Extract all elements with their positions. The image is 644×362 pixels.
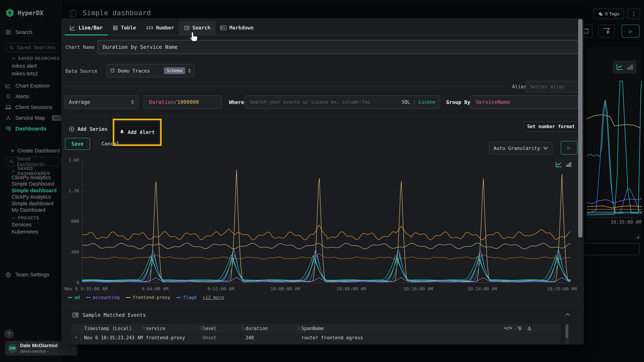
run-query-button[interactable]: ▷ — [622, 25, 640, 37]
sql-toggle[interactable]: SQL — [402, 99, 410, 105]
bg-series-green — [587, 100, 642, 214]
search-icon — [9, 45, 14, 50]
saved-search-item[interactable]: mikes tets2 — [12, 70, 38, 77]
saved-dashboard-item[interactable]: ClickPy Analytics — [12, 193, 51, 201]
saved-search-item[interactable]: mikes alert — [12, 62, 37, 69]
save-button[interactable]: Save — [65, 138, 90, 150]
field-expression-input[interactable]: Duration/1000000 — [144, 95, 222, 109]
run-chart-button[interactable]: ▷ — [561, 141, 578, 155]
table-row[interactable]: ›Nov 6 10:35:23.243 AMfrontend-proxyUnse… — [72, 333, 561, 342]
help-button[interactable]: ? — [4, 329, 14, 339]
saved-searches-header[interactable]: SAVED SEARCHES — [12, 56, 60, 61]
chevron-down-icon — [12, 170, 15, 172]
avatar: DM — [8, 344, 17, 353]
saved-dashboard-item[interactable]: Simple dashboard — [12, 200, 54, 207]
presets-header[interactable]: PRESETS — [12, 215, 39, 221]
table-scrollbar-track[interactable] — [565, 324, 568, 345]
sidebar-item-client-sessions[interactable]: Client Sessions — [5, 103, 52, 111]
tab-number[interactable]: 123Number — [141, 21, 179, 35]
series-alias-input[interactable]: Series alias — [526, 81, 578, 92]
granularity-select[interactable]: Auto Granularity — [489, 142, 552, 154]
cell-spanname: router frontend egress — [302, 344, 363, 345]
legend-item-accounting[interactable]: accounting — [86, 295, 120, 300]
expand-row-icon[interactable]: › — [75, 335, 78, 340]
chart-type-toggle[interactable] — [553, 158, 574, 171]
saved-dashboard-item[interactable]: ClickPy Analytics — [12, 174, 51, 181]
column-drag-icon[interactable]: ⠿ — [298, 326, 300, 331]
column-header-service[interactable]: service — [146, 326, 166, 331]
sidebar-item-service-map[interactable]: Service MapBETA — [5, 114, 65, 122]
kebab-icon: ⋮ — [631, 11, 636, 17]
saved-dashboard-item[interactable]: My Dashboard — [12, 206, 46, 214]
data-source-select[interactable]: Demo Traces Schema — [106, 64, 194, 77]
code-view-icon[interactable]: </> — [504, 326, 512, 331]
sidebar-item-chart-explorer[interactable]: Chart Explorer — [5, 82, 50, 90]
table-scrollbar-thumb[interactable] — [566, 325, 568, 338]
table-icon — [113, 25, 118, 30]
column-drag-icon[interactable]: ⠿ — [242, 326, 245, 331]
collapse-section-icon[interactable] — [565, 313, 570, 316]
chart-line-icon — [5, 83, 11, 88]
brand[interactable]: HyperDX — [6, 8, 43, 17]
bg-chart-type-toggle[interactable] — [613, 60, 636, 74]
lucene-toggle[interactable]: Lucene — [418, 99, 436, 105]
table-row[interactable]: ›Nov 6 10:35:23.243 AMfrontend-proxyUnse… — [72, 342, 561, 345]
column-drag-icon[interactable]: ⠿ — [142, 326, 146, 331]
cancel-button[interactable]: Cancel — [102, 141, 120, 147]
add-alert-button[interactable]: Add Alert — [116, 122, 158, 142]
tag-icon — [598, 11, 603, 16]
chart-name-input[interactable]: Duration by Service Name — [98, 40, 578, 54]
saved-dashboard-item[interactable]: Simple Dashboard — [12, 181, 54, 187]
saved-dashboards-input[interactable]: Saved Dashboards — [5, 157, 61, 166]
cell-level: Unset — [202, 344, 216, 345]
saved-searches-input[interactable]: Saved Searches — [5, 43, 61, 52]
set-number-format-button[interactable]: Set number format — [523, 122, 579, 132]
aggregation-select[interactable]: Average — [64, 95, 138, 109]
x-tick-label: 9:44:00 AM — [142, 286, 168, 291]
tab-markdown[interactable]: Markdown — [216, 21, 258, 35]
download-icon[interactable] — [527, 326, 532, 331]
legend-item--12-more[interactable]: +12 more — [203, 295, 224, 300]
number-123-icon: 123 — [146, 25, 153, 30]
cell-duration: 248 — [246, 335, 254, 340]
column-header-spanname[interactable]: SpanName — [302, 326, 324, 331]
search-icon — [9, 159, 14, 164]
column-header-duration[interactable]: duration — [246, 326, 268, 331]
preset-item[interactable]: Kubernetes — [12, 228, 38, 235]
legend-item-flagd[interactable]: flagd — [176, 295, 196, 300]
legend-item-frontend-proxy[interactable]: frontend-proxy — [126, 295, 170, 300]
filter-button[interactable] — [598, 25, 615, 37]
expand-row-icon[interactable]: › — [75, 344, 78, 345]
column-drag-icon[interactable]: ⠿ — [199, 326, 202, 331]
legend-swatch — [126, 297, 130, 298]
cell-spanname: router frontend egress — [302, 335, 363, 340]
column-header-level[interactable]: level — [202, 326, 216, 331]
add-series-button[interactable]: Add Series — [69, 124, 108, 134]
sidebar-item-alerts[interactable]: Alerts — [5, 93, 29, 100]
bg-panel-input[interactable] — [583, 243, 640, 255]
tab-table[interactable]: Table — [108, 21, 141, 35]
sidebar-item-dashboards[interactable]: Dashboards — [5, 125, 46, 133]
where-search-input[interactable]: Search your events w/ Lucene ex. column:… — [245, 95, 440, 109]
legend-item-ad[interactable]: ad — [68, 295, 80, 300]
column-header-timestamp-local-[interactable]: Timestamp (Local) — [84, 326, 132, 331]
edit-chart-modal: Line/BarTable123NumberSearchMarkdown Cha… — [61, 18, 584, 345]
wrap-text-icon[interactable] — [517, 326, 522, 331]
tab-line-bar[interactable]: Line/Bar — [64, 21, 108, 35]
bg-series-khaki — [587, 115, 640, 128]
resize-handle-icon[interactable] — [636, 235, 639, 239]
collapse-sidebar-icon[interactable] — [70, 10, 76, 17]
tags-button[interactable]: 0 Tags — [594, 8, 624, 19]
sidebar-item-search[interactable]: Search — [5, 28, 32, 36]
saved-dashboards-header[interactable]: SAVED DASHBOARDS — [12, 168, 62, 174]
create-dashboard-button[interactable]: + Create Dashboard — [11, 147, 60, 155]
chart-legend: adaccountingfrontend-proxyflagd+12 more — [68, 295, 224, 300]
kebab-menu-button[interactable]: ⋮ — [628, 8, 640, 19]
chart-type-tabs: Line/BarTable123NumberSearchMarkdown — [61, 21, 584, 35]
preset-item[interactable]: Services — [12, 221, 32, 228]
group-by-input[interactable]: ServiceName — [470, 95, 578, 109]
bg-series-orange1 — [587, 206, 642, 208]
saved-dashboard-item[interactable]: Simple dashboard — [12, 187, 56, 194]
modal-scrollbar[interactable] — [578, 19, 582, 238]
sidebar-item-team-settings[interactable]: Team Settings — [5, 271, 49, 279]
